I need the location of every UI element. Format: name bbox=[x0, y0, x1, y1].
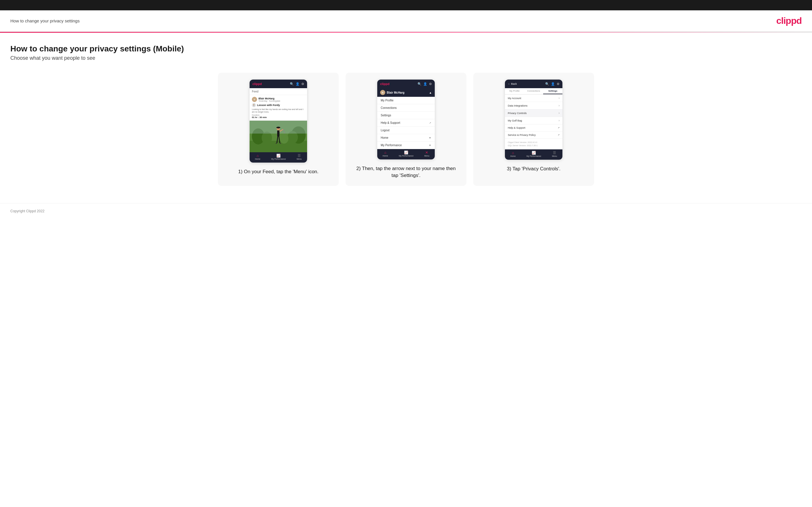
phone2-user-row: B Blair McHarg ▲ bbox=[377, 88, 435, 97]
step-3-card: ← Back 🔍 👤 ⚙ My Profile Connections Sett… bbox=[473, 73, 594, 186]
setting-service-privacy[interactable]: Service & Privacy Policy bbox=[505, 131, 562, 139]
copyright-text: Copyright Clippd 2022 bbox=[10, 209, 45, 213]
step-1-card: clippd 🔍 👤 ⚙ Feed B Blair McHarg bbox=[218, 73, 339, 186]
home-icon: ⌂ bbox=[512, 151, 514, 155]
phone2-section-performance[interactable]: My Performance ▼ bbox=[377, 142, 435, 149]
logout-label: Logout bbox=[381, 129, 390, 132]
phone2-menu-my-profile[interactable]: My Profile bbox=[377, 97, 435, 104]
performance-label: My Performance bbox=[399, 155, 413, 157]
my-golf-bag-label: My Golf Bag bbox=[508, 119, 522, 122]
phone1-nav-home: ⌂ Home bbox=[255, 154, 260, 161]
client-version: Clippd Client Version: 2022.8.3-3 bbox=[508, 141, 537, 143]
feed-user-info: Blair McHarg Yesterday · Sunningdale bbox=[258, 97, 281, 102]
server-version: GQL Server Version: 2022.7.30-1 bbox=[508, 145, 538, 147]
setting-privacy-controls[interactable]: Privacy Controls › bbox=[505, 109, 562, 117]
setting-help-support[interactable]: Help & Support bbox=[505, 124, 562, 131]
chevron-right-icon: › bbox=[559, 111, 560, 115]
tab-my-profile[interactable]: My Profile bbox=[505, 88, 524, 94]
phone2-menu-list: My Profile Connections Settings Help & S… bbox=[377, 97, 435, 149]
search-icon: 🔍 bbox=[417, 82, 421, 86]
chevron-right-icon: › bbox=[559, 119, 560, 122]
logo: clippd bbox=[776, 15, 802, 26]
phone-2-mockup: clippd 🔍 👤 ⚙ B Blair McHarg ▲ bbox=[377, 79, 435, 159]
data-integrations-label: Data Integrations bbox=[508, 104, 527, 107]
chevron-up-icon: ▲ bbox=[429, 91, 432, 94]
page-subheading: Choose what you want people to see bbox=[10, 55, 802, 61]
tab-connections[interactable]: Connections bbox=[524, 88, 544, 94]
feed-user-sub: Yesterday · Sunningdale bbox=[258, 100, 281, 102]
header-title: How to change your privacy settings bbox=[10, 18, 80, 23]
phone1-nav-performance: 📈 My Performance bbox=[271, 154, 286, 161]
phone2-section-home[interactable]: Home ▼ bbox=[377, 134, 435, 142]
dropdown-chevron-icon: ▼ bbox=[429, 144, 431, 147]
settings-icon: ⚙ bbox=[557, 82, 560, 86]
phone3-back-bar: ← Back 🔍 👤 ⚙ bbox=[505, 79, 562, 88]
phone1-nav-icons: 🔍 👤 ⚙ bbox=[290, 82, 304, 86]
phone3-nav-icons: 🔍 👤 ⚙ bbox=[545, 82, 560, 86]
header: How to change your privacy settings clip… bbox=[0, 10, 812, 32]
menu-label: Menu bbox=[424, 155, 429, 157]
phone3-version-info: Clippd Client Version: 2022.8.3-3 GQL Se… bbox=[505, 139, 562, 149]
setting-my-golf-bag[interactable]: My Golf Bag › bbox=[505, 117, 562, 124]
phone2-nav-home: ⌂ Home bbox=[383, 151, 388, 158]
svg-rect-10 bbox=[277, 130, 280, 137]
home-label: Home bbox=[383, 155, 388, 157]
lesson-title: Lesson with Fordy bbox=[257, 104, 280, 107]
phone2-logo: clippd bbox=[380, 82, 389, 86]
performance-label: My Performance bbox=[271, 158, 286, 160]
user-icon: 👤 bbox=[423, 82, 427, 86]
svg-point-6 bbox=[280, 133, 289, 144]
svg-point-9 bbox=[276, 127, 281, 128]
footer: Copyright Clippd 2022 bbox=[0, 203, 812, 219]
lesson-icon: 🏌 bbox=[252, 103, 256, 107]
phone2-nav-icons: 🔍 👤 ⚙ bbox=[417, 82, 432, 86]
setting-data-integrations[interactable]: Data Integrations › bbox=[505, 102, 562, 109]
phone2-nav-menu: ✕ Menu bbox=[424, 151, 429, 158]
home-section-label: Home bbox=[381, 136, 389, 139]
menu-label: Menu bbox=[297, 158, 302, 160]
phone3-settings-list: My Account › Data Integrations › Privacy… bbox=[505, 95, 562, 139]
phone-1-mockup: clippd 🔍 👤 ⚙ Feed B Blair McHarg bbox=[250, 79, 307, 163]
phone2-menu-connections[interactable]: Connections bbox=[377, 104, 435, 112]
phone1-nav-menu: ☰ Menu bbox=[297, 154, 302, 161]
step-2-card: clippd 🔍 👤 ⚙ B Blair McHarg ▲ bbox=[346, 73, 466, 186]
help-support-label: Help & Support bbox=[508, 126, 525, 129]
phone2-menu-settings[interactable]: Settings bbox=[377, 112, 435, 119]
back-label[interactable]: ← Back bbox=[508, 82, 517, 85]
settings-label: Settings bbox=[381, 114, 391, 117]
step-3-caption: 3) Tap 'Privacy Controls'. bbox=[507, 165, 561, 172]
steps-row: clippd 🔍 👤 ⚙ Feed B Blair McHarg bbox=[10, 73, 802, 186]
step-1-caption: 1) On your Feed, tap the 'Menu' icon. bbox=[238, 168, 318, 175]
service-privacy-label: Service & Privacy Policy bbox=[508, 133, 536, 136]
setting-my-account[interactable]: My Account › bbox=[505, 95, 562, 102]
performance-label: My Performance bbox=[526, 155, 541, 157]
chevron-right-icon: › bbox=[559, 97, 560, 100]
feed-duration: Duration 01 hr : 30 min bbox=[252, 114, 305, 119]
performance-icon: 📈 bbox=[276, 154, 281, 158]
phone2-menu-logout[interactable]: Logout bbox=[377, 127, 435, 134]
settings-icon: ⚙ bbox=[429, 82, 432, 86]
phone2-user-info: B Blair McHarg bbox=[380, 90, 405, 95]
help-support-label: Help & Support bbox=[381, 121, 400, 124]
feed-avatar: B bbox=[252, 97, 257, 102]
phone3-tabs: My Profile Connections Settings bbox=[505, 88, 562, 95]
phone3-nav-home: ⌂ Home bbox=[510, 151, 516, 158]
phone-3-mockup: ← Back 🔍 👤 ⚙ My Profile Connections Sett… bbox=[505, 79, 562, 160]
main-content: How to change your privacy settings (Mob… bbox=[0, 33, 812, 203]
performance-icon: 📈 bbox=[404, 151, 408, 155]
step-2-caption: 2) Then, tap the arrow next to your name… bbox=[353, 165, 459, 179]
tab-settings[interactable]: Settings bbox=[543, 88, 562, 94]
feed-desc: Looking to feel like my hands are exitin… bbox=[252, 108, 305, 113]
phone2-menu-help[interactable]: Help & Support bbox=[377, 119, 435, 127]
chevron-right-icon: › bbox=[559, 104, 560, 107]
search-icon: 🔍 bbox=[290, 82, 294, 86]
phone1-nav-bar: clippd 🔍 👤 ⚙ bbox=[250, 79, 307, 88]
top-bar bbox=[0, 0, 812, 10]
feed-user-name: Blair McHarg bbox=[258, 97, 281, 100]
phone1-logo: clippd bbox=[252, 82, 262, 86]
my-performance-section-label: My Performance bbox=[381, 144, 402, 147]
phone2-nav-bar: clippd 🔍 👤 ⚙ bbox=[377, 79, 435, 88]
close-icon: ✕ bbox=[425, 151, 428, 155]
phone1-feed-item: B Blair McHarg Yesterday · Sunningdale 🏌… bbox=[250, 95, 307, 121]
page-heading: How to change your privacy settings (Mob… bbox=[10, 44, 802, 53]
